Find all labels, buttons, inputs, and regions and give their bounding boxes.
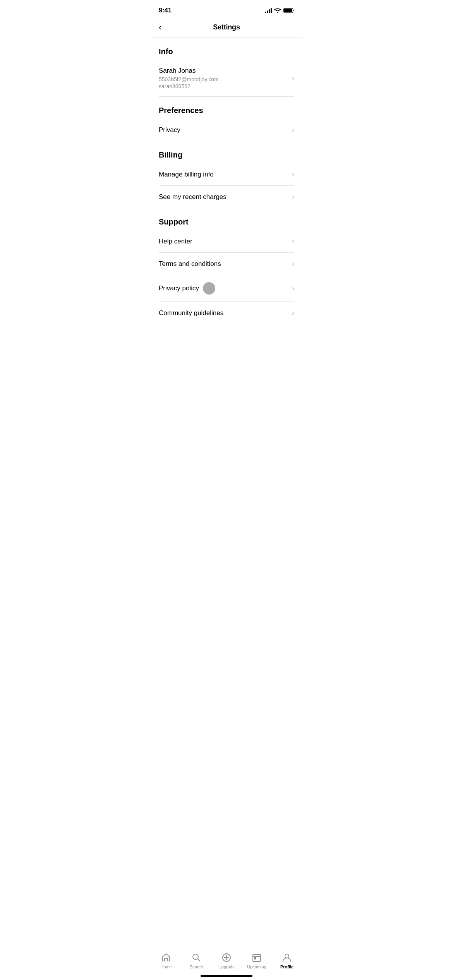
chevron-right-icon: › [292,237,294,245]
status-time: 9:41 [159,7,172,14]
chevron-right-icon: › [292,193,294,201]
chevron-right-icon: › [292,126,294,134]
manage-billing-label: Manage billing info [159,171,214,178]
terms-label: Terms and conditions [159,260,221,268]
help-center-item[interactable]: Help center › [159,230,294,253]
user-name: Sarah Jonas [159,67,219,75]
chevron-right-icon: › [292,170,294,178]
help-center-label: Help center [159,238,192,245]
page-title: Settings [213,23,240,31]
section-header-support: Support [159,208,294,230]
chevron-right-icon: › [292,284,294,293]
privacy-policy-item[interactable]: Privacy policy › [159,275,294,302]
privacy-policy-label: Privacy policy [159,284,199,292]
recent-charges-label: See my recent charges [159,193,226,201]
back-button[interactable]: ‹ [159,23,161,32]
signal-icon [265,8,272,13]
svg-rect-1 [284,9,292,13]
settings-content: Info Sarah Jonas 5503b5f2@moodjoy.com sa… [151,38,302,324]
user-username: sarah866562 [159,83,219,89]
user-email: 5503b5f2@moodjoy.com [159,76,219,82]
toggle-indicator [203,282,215,295]
section-header-billing: Billing [159,141,294,163]
user-profile-chevron-container: › [292,74,294,82]
user-profile-item[interactable]: Sarah Jonas 5503b5f2@moodjoy.com sarah86… [159,60,294,97]
section-header-info: Info [159,38,294,60]
recent-charges-item[interactable]: See my recent charges › [159,186,294,208]
status-icons [265,8,294,13]
community-guidelines-item[interactable]: Community guidelines › [159,302,294,324]
user-info: Sarah Jonas 5503b5f2@moodjoy.com sarah86… [159,67,219,89]
privacy-item[interactable]: Privacy › [159,119,294,141]
community-guidelines-label: Community guidelines [159,309,223,317]
terms-item[interactable]: Terms and conditions › [159,253,294,275]
privacy-label: Privacy [159,126,180,134]
chevron-right-icon: › [292,260,294,268]
status-bar: 9:41 [151,0,302,19]
wifi-icon [274,8,281,13]
chevron-right-icon: › [292,74,294,82]
section-header-preferences: Preferences [159,97,294,119]
privacy-policy-left: Privacy policy [159,282,215,295]
battery-icon [283,8,294,13]
chevron-right-icon: › [292,309,294,317]
nav-header: ‹ Settings [151,19,302,38]
manage-billing-item[interactable]: Manage billing info › [159,163,294,186]
